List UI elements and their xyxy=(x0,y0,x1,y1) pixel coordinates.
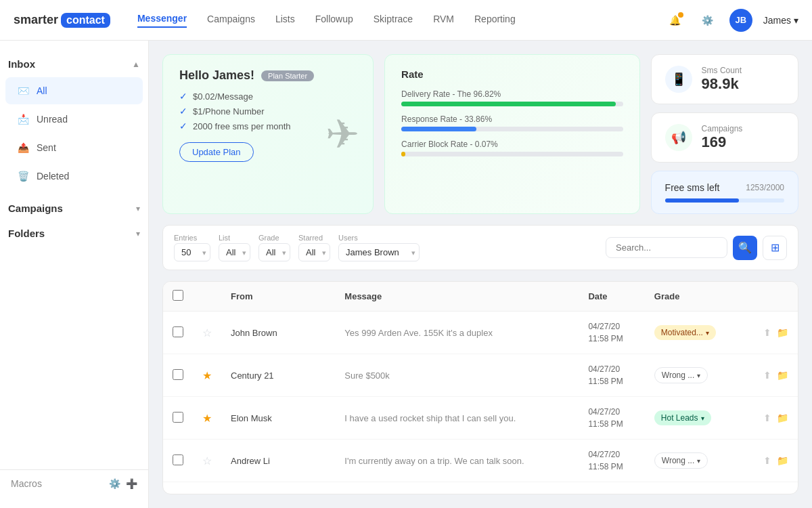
free-sms-header: Free sms left 1253/2000 xyxy=(665,182,784,193)
table-row[interactable]: ★ Elon Musk I have a used rocket ship th… xyxy=(163,397,798,440)
macros-icons: ⚙️ ➕ xyxy=(109,478,137,489)
response-label: Response Rate - 33.86% xyxy=(401,114,623,124)
search-button[interactable]: 🔍 xyxy=(733,236,757,260)
settings-icon[interactable]: ⚙️ xyxy=(697,9,719,31)
star-icon[interactable]: ☆ xyxy=(202,327,212,339)
nav-campaigns[interactable]: Campaigns xyxy=(207,14,255,27)
grid-view-button[interactable]: ⊞ xyxy=(763,236,787,260)
sms-value: 98.9k xyxy=(702,75,742,93)
row-checkbox[interactable] xyxy=(173,369,183,380)
nav-followup[interactable]: Followup xyxy=(315,14,353,27)
notification-bell-wrap[interactable]: 🔔 xyxy=(664,9,686,31)
avatar: JB xyxy=(729,9,752,32)
users-filter: Users James Brown xyxy=(338,234,420,261)
row-star-cell: ★ xyxy=(193,397,221,440)
sms-icon: 📱 xyxy=(665,66,692,93)
messages-table: From Message Date Grade ☆ John Brown Yes… xyxy=(163,282,798,494)
row-action-export[interactable]: ⬆ xyxy=(763,412,771,423)
row-action-export[interactable]: ⬆ xyxy=(763,370,771,381)
nav-links: Messenger Campaigns Lists Followup Skipt… xyxy=(137,13,664,28)
table-row[interactable]: ★ Century 21 Sure $500k 04/27/2011:58 PM… xyxy=(163,354,798,397)
entries-select-wrap: 50 100 200 xyxy=(174,243,210,261)
star-icon[interactable]: ☆ xyxy=(202,455,212,467)
table-row[interactable]: ★ William Faulkner No I'm good 04/27/201… xyxy=(163,482,798,495)
macros-add-icon[interactable]: ➕ xyxy=(126,478,137,489)
table-row[interactable]: ☆ John Brown Yes 999 Arden Ave. 155K it'… xyxy=(163,312,798,354)
row-message: I have a used rocket ship that I can sel… xyxy=(335,397,579,440)
star-icon[interactable]: ★ xyxy=(202,412,212,424)
rate-title: Rate xyxy=(401,68,623,80)
update-plan-button[interactable]: Update Plan xyxy=(179,142,254,162)
row-action-archive[interactable]: 📁 xyxy=(777,327,788,338)
users-select[interactable]: James Brown xyxy=(338,243,420,261)
row-grade: Hot Leads ▾ xyxy=(645,397,744,440)
row-checkbox[interactable] xyxy=(173,454,183,465)
grade-badge[interactable]: Wrong ... ▾ xyxy=(654,367,708,383)
row-action-archive[interactable]: 📁 xyxy=(777,455,788,466)
list-filter: List All xyxy=(219,234,250,261)
bell-icon[interactable]: 🔔 xyxy=(664,9,686,31)
nav-reporting[interactable]: Reporting xyxy=(474,14,516,27)
row-checkbox[interactable] xyxy=(173,326,183,337)
row-date: 04/27/2011:58 PM xyxy=(579,397,644,440)
row-action-archive[interactable]: 📁 xyxy=(777,370,788,381)
grade-select[interactable]: All xyxy=(258,243,290,261)
rate-card: Rate Delivery Rate - The 96.82% Response… xyxy=(384,54,640,214)
deleted-label: Deleted xyxy=(37,171,69,182)
entries-select[interactable]: 50 100 200 xyxy=(174,243,210,261)
col-message: Message xyxy=(335,282,579,312)
grade-badge[interactable]: Wrong ... ▾ xyxy=(654,452,708,469)
row-checkbox-cell xyxy=(163,354,193,397)
macros-settings-icon[interactable]: ⚙️ xyxy=(109,478,120,489)
table-row[interactable]: ☆ Andrew Li I'm currently away on a trip… xyxy=(163,440,798,482)
col-grade: Grade xyxy=(645,282,744,312)
entries-label: Entries xyxy=(174,234,210,242)
row-actions: ⬆ 📁 xyxy=(744,354,798,397)
row-action-export[interactable]: ⬆ xyxy=(763,327,771,338)
sidebar-item-all[interactable]: ✉️ All xyxy=(5,77,143,104)
nav-skiptrace[interactable]: Skiptrace xyxy=(374,14,413,27)
starred-select[interactable]: All xyxy=(298,243,330,261)
campaigns-icon: 📢 xyxy=(665,124,692,151)
layout: Inbox ▲ ✉️ All 📩 Unread 📤 Sent 🗑️ Delete… xyxy=(0,41,812,508)
list-label: List xyxy=(219,234,250,242)
topnav: smarter contact Messenger Campaigns List… xyxy=(0,0,812,41)
sent-icon: 📤 xyxy=(16,141,30,154)
user-name-label[interactable]: James ▾ xyxy=(763,15,798,26)
nav-messenger[interactable]: Messenger xyxy=(137,13,187,28)
paper-plane-icon: ✈ xyxy=(325,110,359,158)
row-action-archive[interactable]: 📁 xyxy=(777,412,788,423)
response-bar-bg xyxy=(401,127,623,131)
nav-lists[interactable]: Lists xyxy=(275,14,295,27)
row-from: John Brown xyxy=(221,312,335,354)
sidebar-inbox-header[interactable]: Inbox ▲ xyxy=(0,51,148,77)
row-action-export[interactable]: ⬆ xyxy=(763,455,771,466)
macros-label: Macros xyxy=(11,478,42,489)
star-icon[interactable]: ★ xyxy=(202,370,212,381)
row-star-cell: ★ xyxy=(193,482,221,495)
grade-badge[interactable]: Hot Leads ▾ xyxy=(654,410,711,425)
col-actions xyxy=(744,282,798,312)
main-content: Hello James! Plan Starter ✓$0.02/Message… xyxy=(149,41,812,508)
sidebar-campaigns-header[interactable]: Campaigns ▾ xyxy=(0,196,148,221)
row-date: 04/27/2011:58 PM xyxy=(579,312,644,354)
select-all-checkbox[interactable] xyxy=(173,290,183,301)
logo-text: smarter xyxy=(14,13,58,27)
row-checkbox[interactable] xyxy=(173,412,183,423)
list-select[interactable]: All xyxy=(219,243,250,261)
sidebar-folders-header[interactable]: Folders ▾ xyxy=(0,221,148,246)
cards-row: Hello James! Plan Starter ✓$0.02/Message… xyxy=(162,54,798,214)
row-checkbox-cell xyxy=(163,312,193,354)
sidebar-item-deleted[interactable]: 🗑️ Deleted xyxy=(5,163,143,190)
sidebar-item-unread[interactable]: 📩 Unread xyxy=(5,106,143,133)
sent-label: Sent xyxy=(37,142,56,153)
nav-rvm[interactable]: RVM xyxy=(433,14,454,27)
search-input[interactable] xyxy=(606,237,727,258)
row-grade: Wrong ... ▾ xyxy=(645,354,744,397)
sidebar-item-sent[interactable]: 📤 Sent xyxy=(5,134,143,161)
grade-badge[interactable]: Motivated... ▾ xyxy=(654,325,716,340)
campaigns-label: Campaigns xyxy=(8,203,63,214)
welcome-title: Hello James! Plan Starter xyxy=(179,68,357,83)
delivery-rate-row: Delivery Rate - The 96.82% xyxy=(401,89,623,106)
campaigns-stat-value: 169 xyxy=(702,133,743,151)
